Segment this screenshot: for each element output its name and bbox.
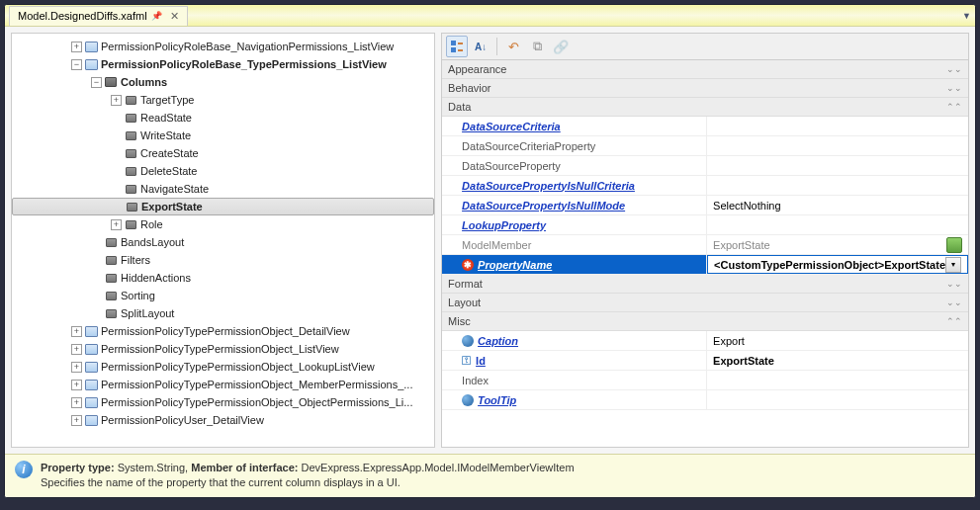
tree-label: ExportState xyxy=(141,201,203,212)
tree-item[interactable]: NavigateState xyxy=(12,180,434,198)
expander-icon[interactable]: + xyxy=(71,397,82,408)
property-row[interactable]: LookupProperty xyxy=(442,215,968,235)
tree-item[interactable]: +PermissionPolicyTypePermissionObject_Lo… xyxy=(12,358,434,376)
tree-label: PermissionPolicyTypePermissionObject_Obj… xyxy=(101,396,412,408)
expander-icon[interactable]: − xyxy=(71,59,82,70)
tree-item[interactable]: ReadState xyxy=(12,109,434,127)
property-name: LookupProperty xyxy=(442,215,707,234)
expander-icon[interactable]: + xyxy=(71,415,82,426)
tree-item[interactable]: DeleteState xyxy=(12,162,434,180)
tree-item[interactable]: −PermissionPolicyRoleBase_TypePermission… xyxy=(12,55,434,73)
tree-item[interactable]: −Columns xyxy=(12,73,434,91)
property-value[interactable]: Export xyxy=(707,331,968,350)
document-tab[interactable]: Model.DesignedDiffs.xafml 📌 ✕ xyxy=(9,6,188,26)
expander-icon[interactable]: − xyxy=(91,77,102,88)
property-row[interactable]: DataSourceProperty xyxy=(442,156,968,176)
tree-item[interactable]: +PermissionPolicyTypePermissionObject_Me… xyxy=(12,376,434,393)
svg-rect-0 xyxy=(451,41,456,45)
expander-icon[interactable]: + xyxy=(71,344,82,355)
property-row[interactable]: CaptionExport xyxy=(442,331,968,351)
property-name: ⚿Id xyxy=(442,351,707,370)
chevron-up-icon: ⌃⌃ xyxy=(946,316,962,326)
tree-item[interactable]: Sorting xyxy=(12,287,434,304)
property-row[interactable]: DataSourcePropertyIsNullCriteria xyxy=(442,176,968,196)
property-row[interactable]: ToolTip xyxy=(442,390,968,410)
category-layout[interactable]: Layout ⌄⌄ xyxy=(442,294,968,312)
property-value[interactable] xyxy=(707,215,968,234)
tree-item[interactable]: +TargetType xyxy=(12,91,434,109)
property-grid[interactable]: Appearance ⌄⌄ Behavior ⌄⌄ Data ⌃⌃ DataSo… xyxy=(441,60,969,448)
tree-label: BandsLayout xyxy=(121,236,184,248)
tree-item[interactable]: +PermissionPolicyTypePermissionObject_Li… xyxy=(12,340,434,358)
item-icon xyxy=(124,147,137,159)
tree-item[interactable]: +Role xyxy=(12,215,434,233)
category-behavior[interactable]: Behavior ⌄⌄ xyxy=(442,79,968,98)
expander-icon[interactable]: + xyxy=(71,42,82,52)
property-row[interactable]: ModelMemberExportState xyxy=(442,235,968,255)
window-menu-icon[interactable]: ▼ xyxy=(962,11,971,21)
tree-item[interactable]: ExportState xyxy=(12,198,434,215)
categorized-button[interactable] xyxy=(446,36,468,57)
tree-label: TargetType xyxy=(140,94,194,106)
tree-item[interactable]: WriteState xyxy=(12,127,434,144)
tree-label: Role xyxy=(140,218,163,230)
navigate-button[interactable] xyxy=(946,237,962,253)
property-value[interactable]: ExportState xyxy=(707,351,968,370)
category-appearance[interactable]: Appearance ⌄⌄ xyxy=(442,60,968,79)
property-row[interactable]: ✱PropertyName<CustomTypePermissionObject… xyxy=(442,255,968,275)
property-row[interactable]: ⚿IdExportState xyxy=(442,351,968,371)
globe-icon xyxy=(462,394,474,406)
tree-label: WriteState xyxy=(140,129,191,141)
item-icon xyxy=(124,94,137,106)
property-value[interactable]: ExportState xyxy=(707,235,968,254)
alphabetical-button[interactable]: A↓ xyxy=(470,36,491,57)
property-value[interactable] xyxy=(707,136,968,155)
tree-item[interactable]: +PermissionPolicyTypePermissionObject_De… xyxy=(12,322,434,340)
close-icon[interactable]: ✕ xyxy=(170,10,179,23)
link-button[interactable]: 🔗 xyxy=(550,36,572,57)
property-value[interactable] xyxy=(707,390,968,409)
tree-item[interactable]: +PermissionPolicyRoleBase_NavigationPerm… xyxy=(12,38,434,55)
tree-item[interactable]: SplitLayout xyxy=(12,304,434,322)
expander-icon[interactable]: + xyxy=(71,362,82,373)
tree-item[interactable]: CreateState xyxy=(12,144,434,162)
tree-item[interactable]: BandsLayout xyxy=(12,233,434,251)
pin-icon[interactable]: 📌 xyxy=(151,11,162,21)
category-data[interactable]: Data ⌃⌃ xyxy=(442,98,968,117)
property-value[interactable] xyxy=(707,117,968,135)
list-icon xyxy=(84,343,98,355)
property-row[interactable]: DataSourcePropertyIsNullModeSelectNothin… xyxy=(442,196,968,215)
copy-button[interactable]: ⧉ xyxy=(526,36,548,57)
dropdown-button[interactable]: ▾ xyxy=(945,257,961,273)
property-row[interactable]: Index xyxy=(442,371,968,390)
expander-icon[interactable]: + xyxy=(111,95,122,106)
item-icon xyxy=(104,254,118,266)
expander-icon[interactable]: + xyxy=(71,380,82,390)
tree-item[interactable]: +PermissionPolicyUser_DetailView xyxy=(12,411,434,429)
tree-label: PermissionPolicyTypePermissionObject_Loo… xyxy=(101,361,375,373)
property-value[interactable]: SelectNothing xyxy=(707,196,968,214)
svg-rect-3 xyxy=(458,49,463,51)
folder-icon xyxy=(104,76,118,88)
required-icon: ✱ xyxy=(462,259,474,271)
item-icon xyxy=(104,272,118,284)
property-row[interactable]: DataSourceCriteria xyxy=(442,117,968,136)
tree-item[interactable]: HiddenActions xyxy=(12,269,434,287)
property-value[interactable]: <CustomTypePermissionObject>ExportState▾ xyxy=(707,255,968,274)
tree-panel[interactable]: +PermissionPolicyRoleBase_NavigationPerm… xyxy=(11,33,435,448)
category-misc[interactable]: Misc ⌃⌃ xyxy=(442,312,968,331)
property-value[interactable] xyxy=(707,156,968,175)
item-icon xyxy=(124,112,137,124)
category-format[interactable]: Format ⌄⌄ xyxy=(442,275,968,294)
undo-button[interactable]: ↶ xyxy=(502,36,524,57)
list-icon xyxy=(84,414,98,426)
tree-label: DeleteState xyxy=(140,165,197,177)
tree-item[interactable]: +PermissionPolicyTypePermissionObject_Ob… xyxy=(12,393,434,411)
expander-icon[interactable]: + xyxy=(111,219,122,230)
property-value[interactable] xyxy=(707,371,968,389)
expander-icon[interactable]: + xyxy=(71,326,82,337)
property-value[interactable] xyxy=(707,176,968,195)
tree-item[interactable]: Filters xyxy=(12,251,434,269)
svg-rect-1 xyxy=(451,47,456,52)
property-row[interactable]: DataSourceCriteriaProperty xyxy=(442,136,968,156)
